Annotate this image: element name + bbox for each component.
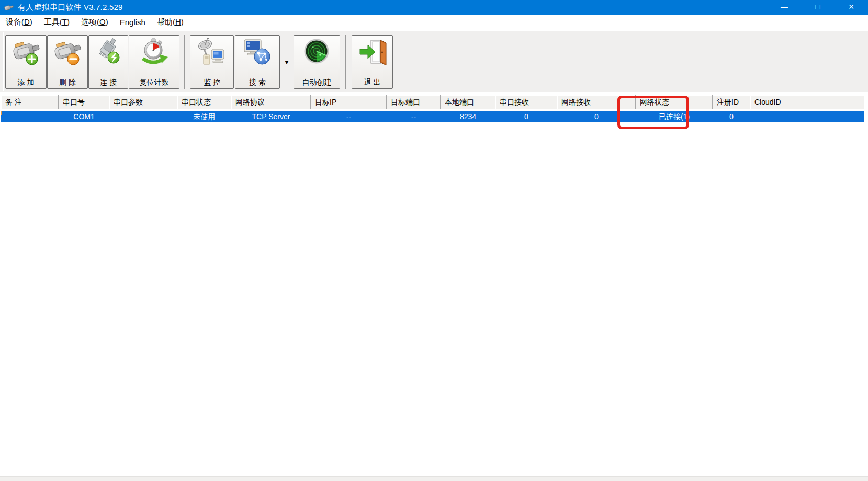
column-header-protocol[interactable]: 网络协议 [231, 95, 311, 109]
minimize-button[interactable]: — [768, 0, 801, 15]
stopwatch-reset-icon [140, 38, 169, 68]
exit-button[interactable]: 退 出 [352, 35, 393, 89]
cell-com-port: COM1 [59, 111, 109, 122]
reset-counter-button[interactable]: 复位计数 [129, 35, 179, 89]
cell-target-port: -- [387, 111, 441, 122]
add-button[interactable]: 添 加 [5, 35, 47, 89]
cell-target-ip: -- [311, 111, 387, 122]
column-header-port-params[interactable]: 串口参数 [109, 95, 177, 109]
table-header-row: 备 注 串口号 串口参数 串口状态 网络协议 目标IP 目标端口 本地端口 串口… [1, 95, 864, 109]
cell-local-port: 8234 [441, 111, 495, 122]
connect-button[interactable]: 连 接 [88, 35, 128, 89]
connect-button-label: 连 接 [100, 78, 117, 87]
column-header-net-status[interactable]: 网络状态 [636, 95, 713, 109]
column-header-note[interactable]: 备 注 [1, 95, 59, 109]
window-bottom-border [0, 476, 868, 481]
menu-options[interactable]: 选项(O) [75, 15, 114, 29]
cell-net-status: 已连接(1) [636, 111, 713, 122]
column-header-com-port[interactable]: 串口号 [59, 95, 109, 109]
network-search-icon [243, 38, 272, 68]
column-header-target-ip[interactable]: 目标IP [311, 95, 387, 109]
exit-door-icon [358, 38, 387, 68]
delete-button-label: 删 除 [59, 78, 76, 87]
monitor-button-label: 监 控 [204, 78, 220, 87]
add-button-label: 添 加 [18, 78, 35, 87]
cell-cloudid [750, 111, 864, 122]
cell-note [1, 111, 59, 122]
column-header-cloudid[interactable]: CloudID [750, 95, 864, 109]
ethernet-connect-icon [94, 38, 123, 68]
delete-button[interactable]: 删 除 [47, 35, 88, 89]
toolbar-separator [184, 35, 185, 89]
column-header-serial-rx[interactable]: 串口接收 [495, 95, 557, 109]
menu-help[interactable]: 帮助(H) [151, 15, 189, 29]
monitor-button[interactable]: 监 控 [190, 35, 234, 89]
column-header-port-status[interactable]: 串口状态 [177, 95, 231, 109]
auto-create-button[interactable]: 自动创建 [294, 35, 340, 89]
toolbar-separator [345, 35, 346, 89]
radar-auto-create-icon [302, 38, 332, 68]
toolbar: 添 加 删 除 [0, 30, 868, 93]
close-button[interactable]: ✕ [835, 0, 868, 15]
column-header-net-rx[interactable]: 网络接收 [557, 95, 636, 109]
cell-register-id: 0 [713, 111, 750, 122]
menu-tools[interactable]: 工具(T) [38, 15, 75, 29]
column-header-register-id[interactable]: 注册ID [713, 95, 750, 109]
cell-port-params [109, 111, 177, 122]
menu-bar: 设备(D) 工具(T) 选项(O) English 帮助(H) [0, 15, 868, 30]
search-button[interactable]: 搜 索 [235, 35, 280, 89]
maximize-button[interactable]: □ [801, 0, 835, 15]
search-dropdown-arrow[interactable]: ▼ [280, 35, 294, 89]
column-header-local-port[interactable]: 本地端口 [441, 95, 495, 109]
search-button-label: 搜 索 [249, 78, 266, 87]
cell-protocol: TCP Server [231, 111, 311, 122]
app-icon [4, 2, 14, 13]
menu-english[interactable]: English [114, 16, 151, 29]
column-header-target-port[interactable]: 目标端口 [387, 95, 441, 109]
device-table: 备 注 串口号 串口参数 串口状态 网络协议 目标IP 目标端口 本地端口 串口… [1, 95, 864, 122]
title-bar: 有人虚拟串口软件 V3.7.2.529 — □ ✕ [0, 0, 868, 15]
exit-button-label: 退 出 [364, 78, 381, 87]
cell-net-rx: 0 [557, 111, 636, 122]
window-controls: — □ ✕ [768, 0, 868, 15]
cell-port-status: 未使用 [177, 111, 231, 122]
serial-port-add-icon [12, 38, 41, 68]
window-title: 有人虚拟串口软件 V3.7.2.529 [18, 3, 123, 13]
table-row-com1-selected[interactable]: COM1 未使用 TCP Server -- -- 8234 0 0 已连接(1… [1, 111, 864, 122]
reset-counter-label: 复位计数 [140, 78, 169, 87]
toolbar-grip [2, 32, 4, 91]
satellite-monitor-icon [197, 38, 227, 68]
cell-serial-rx: 0 [495, 111, 557, 122]
auto-create-label: 自动创建 [302, 78, 332, 87]
menu-device[interactable]: 设备(D) [0, 15, 38, 29]
serial-port-delete-icon [53, 38, 82, 68]
